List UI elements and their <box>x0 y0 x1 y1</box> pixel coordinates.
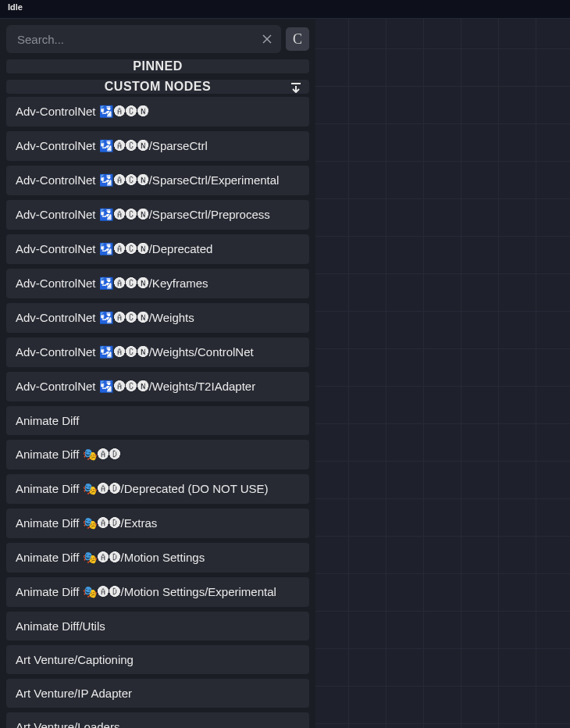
node-item-label: Adv-ControlNet 🛂🅐🅒🅝/Keyframes <box>16 277 208 291</box>
node-item-label: Animate Diff 🎭🅐🅓/Motion Settings/Experim… <box>16 585 276 599</box>
node-item[interactable]: Art Venture/IP Adapter <box>6 679 309 708</box>
expand-all-button[interactable] <box>289 80 303 94</box>
node-item[interactable]: Adv-ControlNet 🛂🅐🅒🅝/Weights/T2IAdapter <box>6 372 309 401</box>
expand-icon <box>290 80 302 93</box>
search-wrap <box>6 25 281 53</box>
node-item-label: Art Venture/Loaders <box>16 720 119 728</box>
pinned-header[interactable]: PINNED <box>6 59 309 73</box>
node-item-label: Animate Diff 🎭🅐🅓/Extras <box>16 516 157 530</box>
status-text: Idle <box>8 2 23 12</box>
node-item-label: Animate Diff 🎭🅐🅓/Motion Settings <box>16 551 205 565</box>
node-item[interactable]: Animate Diff/Utils <box>6 612 309 641</box>
node-item-label: Animate Diff <box>16 414 79 427</box>
node-list: Adv-ControlNet 🛂🅐🅒🅝Adv-ControlNet 🛂🅐🅒🅝/S… <box>6 97 309 728</box>
node-item[interactable]: Animate Diff 🎭🅐🅓/Motion Settings <box>6 543 309 573</box>
node-item-label: Adv-ControlNet 🛂🅐🅒🅝/Weights <box>16 311 194 325</box>
node-item-label: Animate Diff 🎭🅐🅓 <box>16 448 121 462</box>
node-item-label: Adv-ControlNet 🛂🅐🅒🅝 <box>16 105 149 119</box>
node-item-label: Art Venture/IP Adapter <box>16 687 132 700</box>
canvas[interactable] <box>315 19 570 728</box>
node-item[interactable]: Animate Diff 🎭🅐🅓 <box>6 440 309 469</box>
clear-search-button[interactable] <box>259 31 275 47</box>
node-item-label: Animate Diff/Utils <box>16 619 105 633</box>
main-area: C PINNED CUSTOM NODES Adv-ControlNet 🛂🅐🅒… <box>0 19 570 728</box>
custom-nodes-header[interactable]: CUSTOM NODES <box>6 80 309 94</box>
node-item-label: Animate Diff 🎭🅐🅓/Deprecated (DO NOT USE) <box>16 482 269 496</box>
node-item-label: Art Venture/Captioning <box>16 653 134 666</box>
search-row: C <box>6 25 309 53</box>
filter-c-button[interactable]: C <box>286 27 309 51</box>
status-bar: Idle <box>0 0 570 19</box>
close-icon <box>262 34 273 45</box>
node-item-label: Adv-ControlNet 🛂🅐🅒🅝/Deprecated <box>16 242 212 256</box>
filter-c-label: C <box>293 31 302 48</box>
node-item[interactable]: Animate Diff 🎭🅐🅓/Motion Settings/Experim… <box>6 577 309 607</box>
node-item[interactable]: Adv-ControlNet 🛂🅐🅒🅝/Weights/ControlNet <box>6 337 309 367</box>
pinned-header-label: PINNED <box>133 59 182 73</box>
node-item[interactable]: Art Venture/Loaders <box>6 712 309 728</box>
node-item[interactable]: Adv-ControlNet 🛂🅐🅒🅝/SparseCtrl/Preproces… <box>6 200 309 230</box>
search-input[interactable] <box>6 25 281 53</box>
node-item[interactable]: Adv-ControlNet 🛂🅐🅒🅝/SparseCtrl <box>6 131 309 161</box>
node-item[interactable]: Animate Diff 🎭🅐🅓/Extras <box>6 509 309 538</box>
node-item-label: Adv-ControlNet 🛂🅐🅒🅝/SparseCtrl <box>16 139 208 153</box>
node-item[interactable]: Adv-ControlNet 🛂🅐🅒🅝 <box>6 97 309 127</box>
node-item[interactable]: Art Venture/Captioning <box>6 645 309 674</box>
node-item-label: Adv-ControlNet 🛂🅐🅒🅝/SparseCtrl/Experimen… <box>16 173 279 187</box>
node-item-label: Adv-ControlNet 🛂🅐🅒🅝/SparseCtrl/Preproces… <box>16 208 270 222</box>
custom-nodes-header-label: CUSTOM NODES <box>105 80 211 94</box>
node-item-label: Adv-ControlNet 🛂🅐🅒🅝/Weights/ControlNet <box>16 345 254 359</box>
node-item[interactable]: Adv-ControlNet 🛂🅐🅒🅝/Weights <box>6 303 309 333</box>
node-item[interactable]: Animate Diff <box>6 406 309 435</box>
node-item[interactable]: Adv-ControlNet 🛂🅐🅒🅝/Deprecated <box>6 234 309 264</box>
node-item[interactable]: Animate Diff 🎭🅐🅓/Deprecated (DO NOT USE) <box>6 474 309 504</box>
node-item-label: Adv-ControlNet 🛂🅐🅒🅝/Weights/T2IAdapter <box>16 380 255 394</box>
node-item[interactable]: Adv-ControlNet 🛂🅐🅒🅝/SparseCtrl/Experimen… <box>6 166 309 195</box>
node-item[interactable]: Adv-ControlNet 🛂🅐🅒🅝/Keyframes <box>6 269 309 298</box>
sidebar[interactable]: C PINNED CUSTOM NODES Adv-ControlNet 🛂🅐🅒… <box>0 19 315 728</box>
